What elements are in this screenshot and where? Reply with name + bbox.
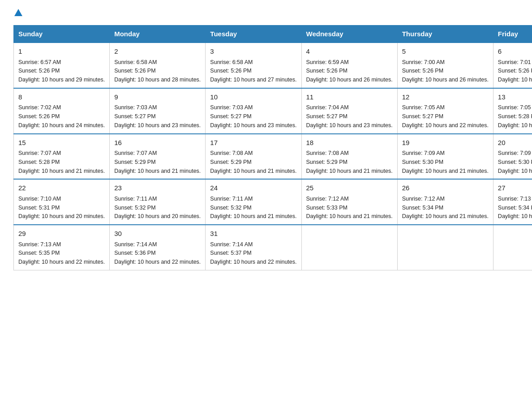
- sunrise-info: Sunrise: 7:13 AM: [18, 241, 61, 248]
- day-cell: 25Sunrise: 7:12 AMSunset: 5:33 PMDayligh…: [301, 179, 397, 225]
- daylight-info: Daylight: 10 hours and 20 minutes.: [498, 168, 532, 174]
- sunrise-info: Sunrise: 7:05 AM: [498, 104, 532, 111]
- day-cell: [493, 225, 532, 270]
- day-cell: 19Sunrise: 7:09 AMSunset: 5:30 PMDayligh…: [397, 134, 493, 180]
- day-number: 27: [498, 183, 532, 193]
- sunset-info: Sunset: 5:30 PM: [498, 159, 532, 165]
- sunset-info: Sunset: 5:28 PM: [18, 159, 60, 165]
- sunrise-info: Sunrise: 6:58 AM: [114, 59, 157, 65]
- sunset-info: Sunset: 5:26 PM: [114, 68, 155, 74]
- day-cell: 18Sunrise: 7:08 AMSunset: 5:29 PMDayligh…: [301, 134, 397, 180]
- day-cell: 13Sunrise: 7:05 AMSunset: 5:28 PMDayligh…: [493, 88, 532, 134]
- day-cell: 30Sunrise: 7:14 AMSunset: 5:36 PMDayligh…: [110, 225, 206, 270]
- day-number: 3: [210, 47, 296, 57]
- week-row-3: 15Sunrise: 7:07 AMSunset: 5:28 PMDayligh…: [14, 134, 532, 180]
- sunset-info: Sunset: 5:32 PM: [210, 205, 251, 211]
- daylight-info: Daylight: 10 hours and 21 minutes.: [402, 213, 489, 219]
- sunrise-info: Sunrise: 7:11 AM: [210, 196, 253, 202]
- day-number: 30: [114, 229, 201, 239]
- daylight-info: Daylight: 10 hours and 21 minutes.: [498, 213, 532, 219]
- calendar-table: SundayMondayTuesdayWednesdayThursdayFrid…: [13, 25, 532, 270]
- day-cell: 27Sunrise: 7:13 AMSunset: 5:34 PMDayligh…: [493, 179, 532, 225]
- sunrise-info: Sunrise: 7:08 AM: [306, 150, 349, 156]
- sunrise-info: Sunrise: 7:12 AM: [402, 196, 445, 202]
- daylight-info: Daylight: 10 hours and 26 minutes.: [402, 77, 489, 83]
- sunrise-info: Sunrise: 6:59 AM: [306, 59, 349, 65]
- daylight-info: Daylight: 10 hours and 21 minutes.: [402, 168, 489, 174]
- sunset-info: Sunset: 5:26 PM: [18, 113, 60, 120]
- sunset-info: Sunset: 5:27 PM: [306, 113, 348, 120]
- day-number: 12: [402, 92, 489, 103]
- sunset-info: Sunset: 5:26 PM: [402, 68, 443, 74]
- day-number: 16: [114, 138, 201, 148]
- daylight-info: Daylight: 10 hours and 22 minutes.: [210, 259, 296, 265]
- daylight-info: Daylight: 10 hours and 26 minutes.: [306, 77, 393, 83]
- sunset-info: Sunset: 5:37 PM: [210, 250, 251, 256]
- logo: [13, 9, 22, 17]
- week-row-2: 8Sunrise: 7:02 AMSunset: 5:26 PMDaylight…: [14, 88, 532, 134]
- day-number: 25: [306, 183, 393, 193]
- day-cell: 20Sunrise: 7:09 AMSunset: 5:30 PMDayligh…: [493, 134, 532, 180]
- day-number: 2: [114, 47, 201, 57]
- day-cell: 6Sunrise: 7:01 AMSunset: 5:26 PMDaylight…: [493, 43, 532, 88]
- sunset-info: Sunset: 5:32 PM: [114, 205, 155, 211]
- sunrise-info: Sunrise: 7:10 AM: [18, 196, 61, 202]
- sunset-info: Sunset: 5:26 PM: [18, 68, 60, 74]
- sunset-info: Sunset: 5:29 PM: [306, 159, 348, 165]
- daylight-info: Daylight: 10 hours and 20 minutes.: [114, 213, 201, 219]
- sunrise-info: Sunrise: 7:02 AM: [18, 104, 61, 111]
- day-cell: 2Sunrise: 6:58 AMSunset: 5:26 PMDaylight…: [110, 43, 206, 88]
- sunset-info: Sunset: 5:31 PM: [18, 205, 60, 211]
- sunset-info: Sunset: 5:26 PM: [306, 68, 348, 74]
- daylight-info: Daylight: 10 hours and 29 minutes.: [18, 77, 105, 83]
- day-number: 24: [210, 183, 296, 193]
- day-cell: 9Sunrise: 7:03 AMSunset: 5:27 PMDaylight…: [110, 88, 206, 134]
- sunset-info: Sunset: 5:36 PM: [114, 250, 155, 256]
- day-cell: 12Sunrise: 7:05 AMSunset: 5:27 PMDayligh…: [397, 88, 493, 134]
- day-number: 6: [498, 47, 532, 57]
- day-cell: 5Sunrise: 7:00 AMSunset: 5:26 PMDaylight…: [397, 43, 493, 88]
- logo-icon: [13, 9, 22, 17]
- sunrise-info: Sunrise: 7:12 AM: [306, 196, 349, 202]
- col-header-monday: Monday: [110, 26, 206, 43]
- sunset-info: Sunset: 5:28 PM: [498, 113, 532, 120]
- col-header-thursday: Thursday: [397, 26, 493, 43]
- day-number: 1: [18, 47, 105, 57]
- sunset-info: Sunset: 5:34 PM: [402, 205, 443, 211]
- daylight-info: Daylight: 10 hours and 21 minutes.: [18, 168, 105, 174]
- sunrise-info: Sunrise: 7:03 AM: [114, 104, 157, 111]
- week-row-4: 22Sunrise: 7:10 AMSunset: 5:31 PMDayligh…: [14, 179, 532, 225]
- sunrise-info: Sunrise: 7:08 AM: [210, 150, 253, 156]
- day-cell: 24Sunrise: 7:11 AMSunset: 5:32 PMDayligh…: [206, 179, 301, 225]
- sunrise-info: Sunrise: 7:00 AM: [402, 59, 445, 65]
- daylight-info: Daylight: 10 hours and 23 minutes.: [114, 122, 201, 128]
- sunset-info: Sunset: 5:35 PM: [18, 250, 60, 256]
- day-cell: 4Sunrise: 6:59 AMSunset: 5:26 PMDaylight…: [301, 43, 397, 88]
- sunset-info: Sunset: 5:27 PM: [210, 113, 251, 120]
- sunrise-info: Sunrise: 7:11 AM: [114, 196, 157, 202]
- day-number: 19: [402, 138, 489, 148]
- sunrise-info: Sunrise: 6:58 AM: [210, 59, 253, 65]
- sunrise-info: Sunrise: 7:03 AM: [210, 104, 253, 111]
- day-number: 31: [210, 229, 296, 239]
- day-number: 8: [18, 92, 105, 103]
- day-cell: 17Sunrise: 7:08 AMSunset: 5:29 PMDayligh…: [206, 134, 301, 180]
- sunset-info: Sunset: 5:26 PM: [210, 68, 251, 74]
- sunrise-info: Sunrise: 7:04 AM: [306, 104, 349, 111]
- week-row-1: 1Sunrise: 6:57 AMSunset: 5:26 PMDaylight…: [14, 43, 532, 88]
- sunrise-info: Sunrise: 7:09 AM: [498, 150, 532, 156]
- sunset-info: Sunset: 5:27 PM: [114, 113, 155, 120]
- daylight-info: Daylight: 10 hours and 21 minutes.: [210, 213, 296, 219]
- daylight-info: Daylight: 10 hours and 28 minutes.: [114, 77, 201, 83]
- day-cell: 23Sunrise: 7:11 AMSunset: 5:32 PMDayligh…: [110, 179, 206, 225]
- sunset-info: Sunset: 5:33 PM: [306, 205, 348, 211]
- col-header-tuesday: Tuesday: [206, 26, 301, 43]
- daylight-info: Daylight: 10 hours and 27 minutes.: [210, 77, 296, 83]
- daylight-info: Daylight: 10 hours and 22 minutes.: [498, 122, 532, 128]
- daylight-info: Daylight: 10 hours and 24 minutes.: [18, 122, 105, 128]
- sunrise-info: Sunrise: 6:57 AM: [18, 59, 61, 65]
- sunrise-info: Sunrise: 7:01 AM: [498, 59, 532, 65]
- daylight-info: Daylight: 10 hours and 22 minutes.: [18, 259, 105, 265]
- day-cell: 1Sunrise: 6:57 AMSunset: 5:26 PMDaylight…: [14, 43, 110, 88]
- sunset-info: Sunset: 5:29 PM: [210, 159, 251, 165]
